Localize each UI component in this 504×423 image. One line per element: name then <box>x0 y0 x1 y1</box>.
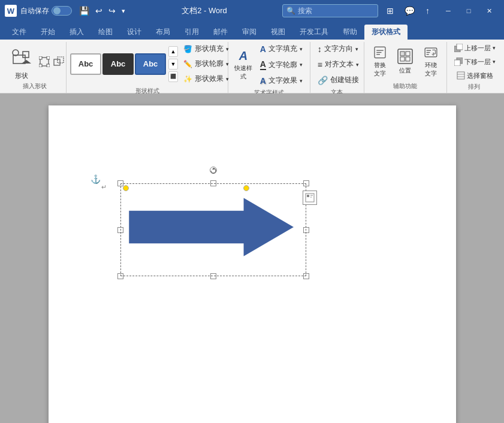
text-direction-btn[interactable]: ↕ 文字方向 ▾ <box>314 42 363 56</box>
tab-home[interactable]: 开始 <box>34 25 62 40</box>
svg-rect-9 <box>54 59 60 65</box>
comments-btn[interactable]: 💬 <box>401 6 418 16</box>
group-text: ↕ 文字方向 ▾ ≡ 对齐文本 ▾ 🔗 创建链接 文本 <box>310 42 364 93</box>
wrap-text-btn[interactable]: 环绕文字 <box>419 45 443 78</box>
shape-fill-btn[interactable]: 🪣 形状填充 ▾ <box>180 42 233 56</box>
align-text-btn[interactable]: ≡ 对齐文本 ▾ <box>314 58 363 71</box>
selection-box <box>120 183 306 276</box>
tab-insert[interactable]: 插入 <box>62 25 91 40</box>
group-aux-label: 辅助功能 <box>368 81 443 92</box>
group-arrange-label: 排列 <box>451 81 497 92</box>
autosave-knob <box>53 7 61 14</box>
quick-style-btn[interactable]: A 快速样式 <box>232 53 254 76</box>
group-insert-shape-label: 插入形状 <box>7 81 62 92</box>
tab-review[interactable]: 审阅 <box>235 25 264 40</box>
tab-references[interactable]: 引用 <box>177 25 206 40</box>
position-btn[interactable]: 位置 <box>394 45 418 78</box>
shape-styles-content: Abc Abc Abc ▲ ▼ ⬛ 🪣 形状填充 ▾ ✏️ 形状轮廓 <box>70 42 224 86</box>
ribbon-tabs: 文件 开始 插入 绘图 设计 布局 引用 邮件 审阅 视图 开发工具 帮助 形状… <box>0 22 504 40</box>
undo-icon[interactable]: ↩ <box>94 5 104 17</box>
tab-file[interactable]: 文件 <box>5 25 34 40</box>
text-fill-btn[interactable]: A 文字填充 ▾ <box>256 42 306 56</box>
move-up-icon <box>454 44 463 52</box>
text-fill-icon: A <box>260 44 266 54</box>
style-sample-1[interactable]: Abc <box>70 53 101 75</box>
search-icon: 🔍 <box>286 7 295 15</box>
wrap-icon <box>422 46 439 59</box>
maximize-btn[interactable]: □ <box>458 0 479 22</box>
window-controls: ─ □ ✕ <box>438 0 499 22</box>
svg-rect-8 <box>47 64 50 67</box>
autosave-label: 自动保存 <box>20 6 49 16</box>
tab-shape-format[interactable]: 形状格式 <box>364 25 408 40</box>
shape-effect-btn[interactable]: ✨ 形状效果 ▾ <box>180 72 233 86</box>
close-btn[interactable]: ✕ <box>479 0 499 22</box>
style-scroll-down[interactable]: ▼ <box>168 59 178 70</box>
group-shape-styles: Abc Abc Abc ▲ ▼ ⬛ 🪣 形状填充 ▾ ✏️ 形状轮廓 <box>67 42 228 93</box>
save-icon[interactable]: 💾 <box>78 5 90 17</box>
select-pane-btn[interactable]: 选择窗格 <box>451 70 499 81</box>
autosave-toggle[interactable] <box>52 6 72 16</box>
text-dropdowns: ↕ 文字方向 ▾ ≡ 对齐文本 ▾ 🔗 创建链接 <box>314 42 363 87</box>
tab-draw[interactable]: 绘图 <box>91 25 120 40</box>
rotate-handle[interactable] <box>210 167 217 174</box>
redo-icon[interactable]: ↪ <box>107 5 117 17</box>
tab-help[interactable]: 帮助 <box>336 25 364 40</box>
tab-developer[interactable]: 开发工具 <box>292 25 336 40</box>
shape-sub-btns <box>38 55 65 68</box>
replace-text-btn[interactable]: 替换文字 <box>368 45 392 78</box>
shape-label: 形状 <box>15 71 28 80</box>
shape-main-btn[interactable] <box>7 43 36 72</box>
shape-container[interactable]: ⚓ ↵ <box>120 183 306 276</box>
wrap-label: 环绕文字 <box>425 61 437 78</box>
quick-style-label: 快速样式 <box>233 64 253 81</box>
ribbon-toolbar: 形状 <box>0 40 504 93</box>
create-link-label: 创建链接 <box>330 75 359 85</box>
tab-view[interactable]: 视图 <box>264 25 292 40</box>
create-link-btn[interactable]: 🔗 创建链接 <box>314 73 363 87</box>
layout-options-icon[interactable] <box>303 191 317 205</box>
rotate-cursor-icon <box>210 168 216 174</box>
align-text-icon: ≡ <box>318 60 322 70</box>
move-down-btn[interactable]: 下移一层 ▾ <box>451 56 499 68</box>
title-bar-title: 文档2 - Word <box>126 5 282 16</box>
text-effect-icon: A <box>260 76 266 86</box>
tab-design[interactable]: 设计 <box>120 25 149 40</box>
style-sample-2[interactable]: Abc <box>102 53 134 75</box>
title-bar-left: W 自动保存 💾 ↩ ↪ ▾ <box>5 5 126 17</box>
shape-dropdown-group: 🪣 形状填充 ▾ ✏️ 形状轮廓 ▾ ✨ 形状效果 ▾ <box>180 42 233 86</box>
style-scroll-more[interactable]: ⬛ <box>168 71 178 82</box>
anchor-icon: ⚓ <box>90 174 101 184</box>
text-outline-btn[interactable]: A 文字轮廓 ▾ <box>256 58 306 72</box>
select-pane-icon <box>457 71 465 80</box>
enter-symbol: ↵ <box>101 183 107 191</box>
text-effect-btn[interactable]: A 文字效果 ▾ <box>256 74 306 87</box>
merge-shapes-btn[interactable] <box>52 55 65 68</box>
group-art-styles: A 快速样式 A 文字填充 ▾ A 文字轮廓 ▾ A 文字效果 ▾ <box>228 42 310 93</box>
ribbon-toggle-btn[interactable]: ⊞ <box>383 6 397 16</box>
move-up-btn[interactable]: 上移一层 ▾ <box>451 42 499 54</box>
aux-content: 替换文字 位置 环绕 <box>368 42 443 81</box>
share-btn[interactable]: ↑ <box>422 6 433 16</box>
text-direction-label: 文字方向 <box>324 44 353 54</box>
edit-points-btn[interactable] <box>38 55 51 68</box>
tab-layout[interactable]: 布局 <box>149 25 177 40</box>
art-styles-content: A 快速样式 A 文字填充 ▾ A 文字轮廓 ▾ A 文字效果 ▾ <box>232 42 306 87</box>
minimize-btn[interactable]: ─ <box>438 0 458 22</box>
align-text-label: 对齐文本 <box>325 59 354 70</box>
tab-mailings[interactable]: 邮件 <box>206 25 235 40</box>
style-sample-3[interactable]: Abc <box>135 53 166 75</box>
align-text-arrow: ▾ <box>356 62 359 68</box>
arrange-col-1: 上移一层 ▾ 下移一层 ▾ <box>451 42 499 81</box>
title-bar-search[interactable]: 🔍 搜索 <box>282 4 378 17</box>
svg-rect-7 <box>39 64 42 67</box>
text-effect-label: 文字效果 <box>268 75 297 86</box>
text-dir-arrow: ▾ <box>355 46 358 52</box>
shape-outline-btn[interactable]: ✏️ 形状轮廓 ▾ <box>180 57 233 71</box>
more-icon[interactable]: ▾ <box>120 6 126 16</box>
fill-icon: 🪣 <box>183 45 192 53</box>
text-outline-label: 文字轮廓 <box>268 60 297 70</box>
move-up-label: 上移一层 <box>464 44 491 53</box>
style-scroll-up[interactable]: ▲ <box>168 46 178 57</box>
text-effect-arrow: ▾ <box>300 78 303 84</box>
